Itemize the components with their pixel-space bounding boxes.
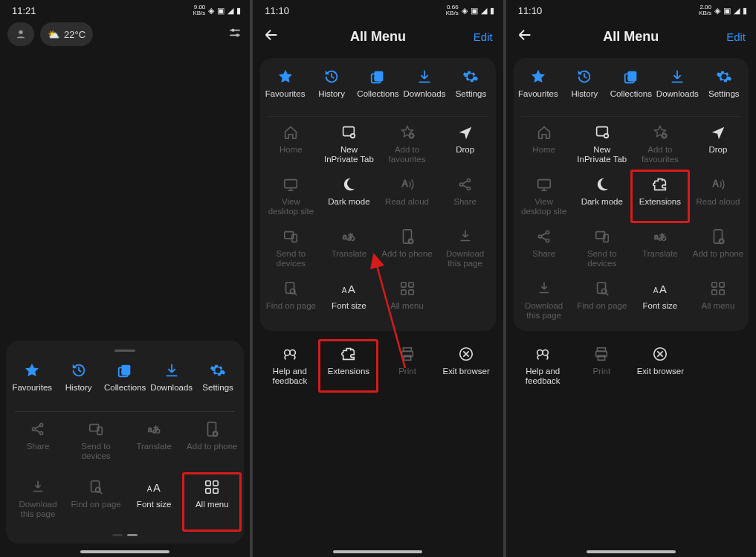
- inprivate-tab-button[interactable]: New InPrivate Tab: [320, 118, 378, 170]
- share-button[interactable]: Share: [436, 170, 494, 222]
- download-icon: [164, 362, 180, 379]
- font-size-icon: [146, 479, 162, 495]
- translate-button[interactable]: Translate: [125, 415, 183, 473]
- home-button[interactable]: Home: [515, 118, 573, 170]
- all-menu-button[interactable]: All menu: [378, 274, 436, 326]
- status-bar: 11:21 9.00KB/s ◈ ▣ ◢ ▮: [0, 0, 250, 19]
- back-button[interactable]: [517, 27, 533, 47]
- collections-button[interactable]: Collections: [608, 62, 654, 115]
- find-on-page-button[interactable]: Find on page: [262, 274, 320, 326]
- add-to-phone-button[interactable]: Add to phone: [689, 222, 747, 274]
- signal-icon: ◢: [227, 6, 233, 16]
- favourites-button[interactable]: Favourites: [9, 356, 55, 408]
- downloads-button[interactable]: Downloads: [148, 356, 194, 408]
- translate-button[interactable]: Translate: [320, 222, 378, 274]
- exit-browser-button[interactable]: Exit browser: [437, 340, 496, 392]
- find-on-page-button[interactable]: Find on page: [67, 473, 125, 531]
- send-to-devices-button[interactable]: Send to devices: [262, 222, 320, 274]
- settings-sliders-icon[interactable]: [227, 25, 242, 43]
- font-size-button[interactable]: Font size: [125, 473, 183, 531]
- account-pill[interactable]: [7, 22, 34, 46]
- extensions-button[interactable]: Extensions: [631, 170, 689, 222]
- menu-card: Favourites History Collections Downloads…: [514, 58, 749, 331]
- download-page-icon: [30, 479, 46, 495]
- settings-button[interactable]: Settings: [701, 62, 747, 115]
- downloads-button[interactable]: Downloads: [654, 62, 700, 115]
- print-button[interactable]: Print: [572, 340, 631, 392]
- moon-icon: [340, 176, 357, 193]
- collections-button[interactable]: Collections: [355, 62, 401, 115]
- send-to-devices-button[interactable]: Send to devices: [573, 222, 631, 274]
- find-on-page-button[interactable]: Find on page: [573, 274, 631, 326]
- translate-button[interactable]: Translate: [631, 222, 689, 274]
- history-button[interactable]: History: [55, 356, 101, 408]
- back-button[interactable]: [263, 27, 280, 47]
- view-desktop-button[interactable]: View desktop site: [262, 170, 320, 222]
- download-page-button[interactable]: Download this page: [9, 473, 67, 531]
- history-icon: [323, 68, 340, 85]
- dark-mode-button[interactable]: Dark mode: [320, 170, 378, 222]
- weather-pill[interactable]: ⛅ 22°C: [40, 22, 93, 46]
- inprivate-icon: [340, 124, 357, 141]
- font-size-button[interactable]: Font size: [631, 274, 689, 326]
- all-menu-button[interactable]: All menu: [689, 274, 747, 326]
- dark-mode-button[interactable]: Dark mode: [573, 170, 631, 222]
- favourites-button[interactable]: Favourites: [515, 62, 561, 115]
- share-button[interactable]: Share: [9, 415, 67, 473]
- share-button[interactable]: Share: [515, 222, 573, 274]
- bottom-drawer[interactable]: Favourites History Collections Downloads…: [6, 341, 244, 544]
- all-menu-button[interactable]: All menu: [183, 473, 241, 531]
- download-icon: [669, 68, 685, 85]
- status-time: 11:10: [265, 5, 289, 16]
- print-button[interactable]: Print: [378, 340, 436, 392]
- edit-button[interactable]: Edit: [726, 30, 746, 43]
- nav-indicator[interactable]: [80, 550, 169, 553]
- favourites-button[interactable]: Favourites: [262, 62, 308, 115]
- extensions-button[interactable]: Extensions: [319, 340, 378, 392]
- gear-icon: [716, 68, 732, 85]
- share-icon: [30, 421, 46, 437]
- add-to-favourites-button[interactable]: Add to favourites: [631, 118, 689, 170]
- read-aloud-icon: [399, 176, 416, 193]
- download-page-button[interactable]: Download this page: [515, 274, 573, 326]
- nav-indicator[interactable]: [333, 550, 422, 553]
- drawer-handle[interactable]: [114, 350, 135, 352]
- font-size-button[interactable]: Font size: [320, 274, 378, 326]
- read-aloud-button[interactable]: Read aloud: [689, 170, 747, 222]
- help-feedback-button[interactable]: Help and feedback: [260, 340, 319, 392]
- home-icon: [536, 124, 552, 141]
- history-button[interactable]: History: [561, 62, 607, 115]
- edit-button[interactable]: Edit: [474, 30, 493, 43]
- home-button[interactable]: Home: [262, 118, 320, 170]
- read-aloud-button[interactable]: Read aloud: [378, 170, 436, 222]
- find-on-page-icon: [282, 280, 299, 297]
- collections-button[interactable]: Collections: [102, 356, 148, 408]
- settings-button[interactable]: Settings: [195, 356, 241, 408]
- font-size-icon: [340, 280, 357, 297]
- translate-icon: [146, 421, 162, 437]
- history-button[interactable]: History: [308, 62, 355, 115]
- moon-icon: [594, 176, 610, 193]
- add-to-favourites-button[interactable]: Add to favourites: [378, 118, 436, 170]
- downloads-button[interactable]: Downloads: [401, 62, 448, 115]
- inprivate-icon: [594, 124, 610, 141]
- add-to-phone-button[interactable]: Add to phone: [378, 222, 436, 274]
- gear-icon: [210, 362, 226, 379]
- exit-browser-button[interactable]: Exit browser: [631, 340, 690, 392]
- drop-button[interactable]: Drop: [436, 118, 494, 170]
- exit-icon: [458, 346, 474, 362]
- print-icon: [399, 346, 416, 362]
- view-desktop-button[interactable]: View desktop site: [515, 170, 573, 222]
- exit-icon: [652, 346, 668, 362]
- inprivate-tab-button[interactable]: New InPrivate Tab: [573, 118, 631, 170]
- help-feedback-button[interactable]: Help and feedback: [514, 340, 572, 392]
- send-to-devices-button[interactable]: Send to devices: [67, 415, 125, 473]
- status-bar: 11:10 0.66KB/s ◈▣◢▮: [253, 0, 503, 19]
- translate-icon: [340, 228, 357, 245]
- download-page-button[interactable]: Download this page: [436, 222, 494, 274]
- settings-button[interactable]: Settings: [448, 62, 494, 115]
- collections-icon: [369, 68, 386, 85]
- nav-indicator[interactable]: [587, 550, 676, 553]
- drop-button[interactable]: Drop: [689, 118, 747, 170]
- add-to-phone-button[interactable]: Add to phone: [183, 415, 241, 473]
